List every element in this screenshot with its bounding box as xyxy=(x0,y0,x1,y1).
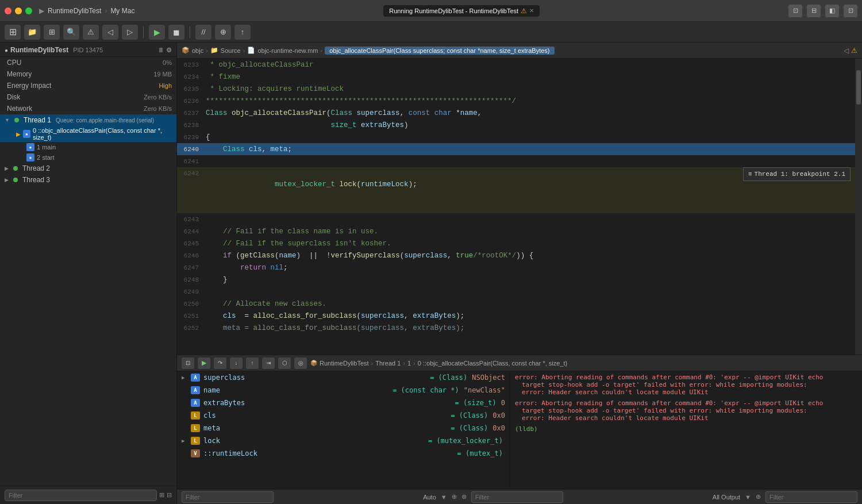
thread-2-label: Thread 2 xyxy=(22,164,50,172)
sidebar-settings-btn[interactable]: ⊞ xyxy=(159,491,164,499)
warning-toolbar-icon[interactable]: ⚠ xyxy=(83,25,99,40)
var-name-field: name xyxy=(203,386,390,394)
stop-button[interactable]: ◼ xyxy=(168,25,184,40)
cpu-row[interactable]: CPU 0% xyxy=(0,57,176,68)
nav-right-icon[interactable]: ⚠ xyxy=(851,47,857,55)
thread-1-frame-2[interactable]: ● 2 start xyxy=(0,152,176,163)
navigator-button[interactable]: ◧ xyxy=(825,5,839,17)
breadcrumb-file[interactable]: 📄 objc-runtime-new.mm xyxy=(247,47,318,54)
var-meta-name: meta xyxy=(203,424,448,432)
line-6246: 6246 if (getClass(name) || !verifySuperc… xyxy=(177,249,862,261)
scroll-thumb[interactable] xyxy=(856,70,861,105)
var-runtimelock[interactable]: V ::runtimeLock = (mutex_t) xyxy=(177,447,510,460)
thread-1-header[interactable]: ▼ Thread 1 Queue: com.apple.main-thread … xyxy=(0,114,176,126)
maximize-button[interactable] xyxy=(25,7,32,14)
expand-lock[interactable]: ▶ xyxy=(182,438,188,444)
line-num-6243: 6243 xyxy=(177,213,206,225)
var-lock[interactable]: ▶ L lock = (mutex_locker_t) xyxy=(177,434,510,447)
run-status-text: Running RuntimeDylibTest - RuntimeDylibT… xyxy=(389,7,518,14)
variables-pane: ▶ A superclass = (Class) NSObject A name… xyxy=(177,371,510,489)
forward-button[interactable]: ▷ xyxy=(122,25,138,40)
sidebar-settings-icon[interactable]: ⚙ xyxy=(166,47,172,54)
app-info: ● RuntimeDylibTest PID 13475 ⏸ ⚙ xyxy=(5,46,172,54)
comment-button[interactable]: // xyxy=(195,25,211,40)
step-out-button[interactable]: ↑ xyxy=(246,357,259,369)
code-table: 6233 * objc_allocateClassPair 6234 * fix… xyxy=(177,59,862,334)
close-tab-icon[interactable]: ✕ xyxy=(529,7,534,14)
thread-annotation: ≡ Thread 1: breakpoint 2.1 xyxy=(743,167,851,181)
nav-left-icon[interactable]: ◁ xyxy=(844,47,849,55)
var-name[interactable]: A name = (const char *) "newClass" xyxy=(177,384,510,397)
auto-dropdown[interactable]: ▼ xyxy=(441,494,447,501)
network-row[interactable]: Network Zero KB/s xyxy=(0,103,176,114)
filter-input[interactable] xyxy=(5,490,157,501)
editor-toggle-button[interactable]: ⊡ xyxy=(788,5,802,17)
run-status-tab[interactable]: Running RuntimeDylibTest - RuntimeDylibT… xyxy=(383,5,540,17)
var-extrabytes[interactable]: A extraBytes = (size_t) 0 xyxy=(177,397,510,409)
step-over-button[interactable]: ↷ xyxy=(214,357,226,369)
share-button[interactable]: ↑ xyxy=(234,25,251,40)
breadcrumb-source[interactable]: 📁 Source xyxy=(210,47,241,54)
var-cls[interactable]: L cls = (Class) 0x0 xyxy=(177,409,510,422)
var-icon-a1: A xyxy=(191,374,200,382)
center-icon1[interactable]: ⊕ xyxy=(452,493,457,501)
inspector-button[interactable]: ⊡ xyxy=(844,5,857,17)
line-6234: 6234 * fixme xyxy=(177,71,862,83)
line-num-6238: 6238 xyxy=(177,119,206,131)
left-filter-input[interactable] xyxy=(182,491,274,503)
sidebar-pause-icon[interactable]: ⏸ xyxy=(157,47,164,54)
search-toolbar-button[interactable]: 🔍 xyxy=(63,25,79,40)
sidebar-controls[interactable]: ⏸ ⚙ xyxy=(157,47,172,54)
minimize-button[interactable] xyxy=(15,7,22,14)
close-button[interactable] xyxy=(5,7,11,14)
output-dropdown[interactable]: ▼ xyxy=(745,494,751,501)
bc-frame-num: 1 xyxy=(407,360,411,367)
bookmark-button[interactable]: ⊕ xyxy=(215,25,231,40)
expand-superclass[interactable]: ▶ xyxy=(182,375,188,380)
back-button[interactable]: ◁ xyxy=(102,25,118,40)
right-icon1[interactable]: ⊕ xyxy=(756,493,761,501)
add-button[interactable]: ⊞ xyxy=(5,25,21,40)
energy-row[interactable]: Energy Impact High xyxy=(0,80,176,91)
layout-button[interactable]: ⊟ xyxy=(807,5,821,17)
function-label: objc_allocateClassPair(Class superclass;… xyxy=(329,47,549,54)
breadcrumb-function[interactable]: objc_allocateClassPair(Class superclass;… xyxy=(325,47,554,55)
var-superclass[interactable]: ▶ A superclass = (Class) NSObject xyxy=(177,371,510,384)
thread-3-header[interactable]: ▶ Thread 3 xyxy=(0,174,176,186)
line-6240[interactable]: 6240 Class cls, meta; xyxy=(177,143,862,155)
thread-1-frame-1[interactable]: ● 1 main xyxy=(0,142,176,152)
thread-section: ▼ Thread 1 Queue: com.apple.main-thread … xyxy=(0,114,176,486)
disk-row[interactable]: Disk Zero KB/s xyxy=(0,91,176,103)
breakpoint-button[interactable]: ⬡ xyxy=(278,357,291,369)
breadcrumb-objc[interactable]: 📦 objc xyxy=(182,47,203,54)
step-inst-button[interactable]: ⇥ xyxy=(262,357,275,369)
center-icon2[interactable]: ⊗ xyxy=(461,493,467,501)
window-controls[interactable] xyxy=(5,7,32,14)
play-debug-button[interactable]: ▶ xyxy=(198,357,210,369)
vertical-scrollbar[interactable] xyxy=(855,59,862,355)
disk-label: Disk xyxy=(7,93,144,101)
location-button[interactable]: ◎ xyxy=(294,357,307,369)
console-pane[interactable]: error: Aborting reading of commands afte… xyxy=(510,371,862,489)
center-filter-input[interactable] xyxy=(471,491,563,503)
memory-row[interactable]: Memory 19 MB xyxy=(0,68,176,80)
line-code-6250: // Allocate new classes. xyxy=(206,298,862,310)
step-into-button[interactable]: ↓ xyxy=(230,357,243,369)
grid-button[interactable]: ⊞ xyxy=(44,25,60,40)
line-code-6236: ****************************************… xyxy=(206,95,862,107)
var-name-value: "newClass" xyxy=(464,386,505,394)
right-filter-input[interactable] xyxy=(765,491,857,503)
var-icon-l1: L xyxy=(191,411,200,420)
code-content[interactable]: 6233 * objc_allocateClassPair 6234 * fix… xyxy=(177,59,862,355)
warning-icon: ⚠ xyxy=(521,7,527,15)
line-code-6240: Class cls, meta; xyxy=(206,143,862,155)
folder-button[interactable]: 📁 xyxy=(24,25,40,40)
var-meta[interactable]: L meta = (Class) 0x0 xyxy=(177,422,510,434)
clear-button[interactable]: ⊡ xyxy=(182,357,194,369)
energy-value: High xyxy=(159,82,172,89)
run-button[interactable]: ▶ xyxy=(149,25,165,40)
thread-2-header[interactable]: ▶ Thread 2 xyxy=(0,163,176,174)
bc-sep1: › xyxy=(371,360,374,367)
sidebar-split-btn[interactable]: ⊟ xyxy=(167,491,172,499)
thread-1-frame-0[interactable]: ▶ ● 0 ::objc_allocateClassPair(Class, co… xyxy=(0,126,176,142)
